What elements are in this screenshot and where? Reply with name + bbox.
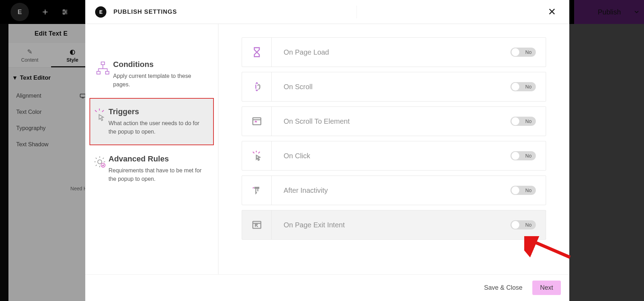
toggle-click[interactable]: No bbox=[510, 151, 536, 160]
element-icon bbox=[242, 107, 272, 136]
svg-rect-10 bbox=[105, 72, 109, 74]
svg-rect-9 bbox=[97, 72, 100, 74]
sidebar-item-title: Advanced Rules bbox=[109, 154, 208, 164]
sitemap-icon bbox=[92, 60, 113, 89]
sidebar-item-desc: Requirements that have to be met for the… bbox=[109, 166, 208, 183]
toggle-scroll[interactable]: No bbox=[510, 82, 536, 91]
trigger-inactivity: After Inactivity No bbox=[242, 176, 546, 205]
trigger-exit-intent: On Page Exit Intent No bbox=[242, 210, 546, 240]
trigger-label: On Page Exit Intent bbox=[272, 221, 345, 229]
trigger-scroll-element: On Scroll To Element No bbox=[242, 106, 546, 136]
svg-line-20 bbox=[258, 152, 260, 153]
trigger-label: On Page Load bbox=[272, 48, 329, 56]
svg-point-14 bbox=[98, 160, 102, 164]
exit-intent-icon bbox=[242, 210, 272, 239]
sidebar-item-title: Triggers bbox=[109, 107, 206, 116]
trigger-click: On Click No bbox=[242, 141, 546, 171]
modal-content: On Page Load No On Scroll No On Scroll T… bbox=[218, 24, 569, 274]
sidebar-item-triggers[interactable]: Triggers What action the user needs to d… bbox=[89, 98, 214, 145]
sidebar-item-advanced-rules[interactable]: Advanced Rules Requirements that have to… bbox=[85, 145, 218, 192]
modal-header: E PUBLISH SETTINGS ✕ bbox=[85, 0, 569, 24]
trigger-label: On Scroll To Element bbox=[272, 117, 350, 125]
sidebar-item-desc: What action the user needs to do for the… bbox=[109, 119, 206, 136]
publish-settings-modal: E PUBLISH SETTINGS ✕ Conditions Apply cu… bbox=[85, 0, 569, 301]
toggle-scroll-element[interactable]: No bbox=[510, 117, 536, 126]
close-icon[interactable]: ✕ bbox=[544, 4, 559, 20]
svg-line-13 bbox=[102, 110, 104, 112]
gear-icon bbox=[92, 154, 109, 183]
toggle-page-load[interactable]: No bbox=[510, 48, 536, 57]
svg-line-19 bbox=[253, 152, 254, 153]
inactivity-icon bbox=[242, 176, 272, 205]
scroll-icon bbox=[242, 72, 272, 101]
save-close-button[interactable]: Save & Close bbox=[484, 284, 522, 291]
svg-line-12 bbox=[95, 110, 97, 112]
click-icon bbox=[242, 141, 272, 170]
trigger-label: On Click bbox=[272, 152, 310, 160]
modal-title: PUBLISH SETTINGS bbox=[113, 8, 177, 16]
trigger-label: After Inactivity bbox=[272, 186, 328, 195]
trigger-page-load: On Page Load No bbox=[242, 37, 546, 67]
toggle-exit-intent[interactable]: No bbox=[510, 220, 536, 229]
svg-rect-16 bbox=[253, 118, 261, 125]
toggle-inactivity[interactable]: No bbox=[510, 186, 536, 195]
hourglass-icon bbox=[242, 38, 272, 67]
svg-rect-8 bbox=[101, 62, 105, 65]
trigger-scroll: On Scroll No bbox=[242, 72, 546, 102]
click-icon bbox=[92, 107, 109, 136]
next-button[interactable]: Next bbox=[532, 281, 561, 295]
sidebar-item-desc: Apply current template to these pages. bbox=[113, 72, 208, 89]
elementor-logo-icon: E bbox=[95, 6, 106, 18]
sidebar-item-conditions[interactable]: Conditions Apply current template to the… bbox=[85, 51, 218, 98]
trigger-label: On Scroll bbox=[272, 83, 312, 91]
modal-footer: Save & Close Next bbox=[85, 274, 569, 301]
modal-sidebar: Conditions Apply current template to the… bbox=[85, 24, 218, 274]
sidebar-item-title: Conditions bbox=[113, 60, 208, 69]
